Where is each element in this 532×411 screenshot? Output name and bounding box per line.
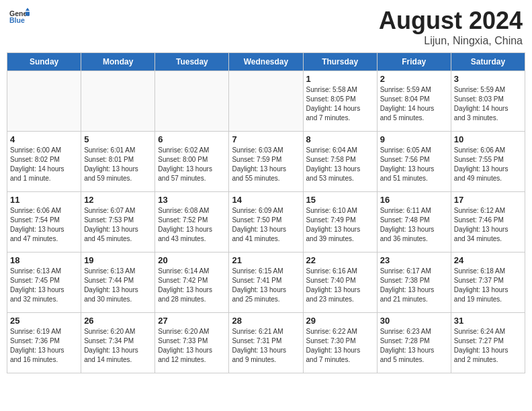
day-info: Sunrise: 6:06 AM Sunset: 7:54 PM Dayligh… <box>10 206 78 244</box>
calendar-cell: 1Sunrise: 5:58 AM Sunset: 8:05 PM Daylig… <box>303 71 377 132</box>
day-number: 4 <box>10 134 78 144</box>
day-info: Sunrise: 5:59 AM Sunset: 8:04 PM Dayligh… <box>380 85 448 123</box>
day-number: 3 <box>454 74 522 84</box>
day-info: Sunrise: 6:18 AM Sunset: 7:37 PM Dayligh… <box>454 267 522 304</box>
day-info: Sunrise: 6:12 AM Sunset: 7:46 PM Dayligh… <box>454 206 522 244</box>
day-number: 2 <box>380 74 448 84</box>
calendar-body: 1Sunrise: 5:58 AM Sunset: 8:05 PM Daylig… <box>7 71 525 373</box>
calendar-header-row: SundayMondayTuesdayWednesdayThursdayFrid… <box>7 53 525 71</box>
day-info: Sunrise: 6:04 AM Sunset: 7:58 PM Dayligh… <box>306 146 374 183</box>
day-info: Sunrise: 6:22 AM Sunset: 7:30 PM Dayligh… <box>306 327 374 365</box>
day-info: Sunrise: 6:10 AM Sunset: 7:49 PM Dayligh… <box>306 206 374 244</box>
calendar-week-row: 4Sunrise: 6:00 AM Sunset: 8:02 PM Daylig… <box>7 132 525 192</box>
calendar-cell: 8Sunrise: 6:04 AM Sunset: 7:58 PM Daylig… <box>303 132 377 192</box>
calendar-cell: 20Sunrise: 6:14 AM Sunset: 7:42 PM Dayli… <box>155 253 229 313</box>
day-info: Sunrise: 6:02 AM Sunset: 8:00 PM Dayligh… <box>158 146 226 183</box>
calendar-cell: 7Sunrise: 6:03 AM Sunset: 7:59 PM Daylig… <box>229 132 303 192</box>
calendar-cell: 29Sunrise: 6:22 AM Sunset: 7:30 PM Dayli… <box>303 313 377 373</box>
calendar-cell: 10Sunrise: 6:06 AM Sunset: 7:55 PM Dayli… <box>451 132 525 192</box>
day-of-week-header: Thursday <box>303 53 377 71</box>
day-number: 9 <box>380 134 448 144</box>
day-of-week-header: Saturday <box>451 53 525 71</box>
day-number: 27 <box>158 316 226 326</box>
calendar-cell: 23Sunrise: 6:17 AM Sunset: 7:38 PM Dayli… <box>377 253 451 313</box>
day-info: Sunrise: 6:14 AM Sunset: 7:42 PM Dayligh… <box>158 267 226 304</box>
calendar-cell: 18Sunrise: 6:13 AM Sunset: 7:45 PM Dayli… <box>7 253 81 313</box>
day-number: 30 <box>380 316 448 326</box>
day-number: 7 <box>232 134 300 144</box>
title-block: August 2024 Lijun, Ningxia, China <box>379 7 523 47</box>
calendar-cell: 24Sunrise: 6:18 AM Sunset: 7:37 PM Dayli… <box>451 253 525 313</box>
month-title: August 2024 <box>379 7 523 35</box>
day-number: 14 <box>232 195 300 205</box>
calendar-week-row: 25Sunrise: 6:19 AM Sunset: 7:36 PM Dayli… <box>7 313 525 373</box>
day-info: Sunrise: 6:15 AM Sunset: 7:41 PM Dayligh… <box>232 267 300 304</box>
day-number: 28 <box>232 316 300 326</box>
day-info: Sunrise: 5:58 AM Sunset: 8:05 PM Dayligh… <box>306 85 374 123</box>
day-of-week-header: Tuesday <box>155 53 229 71</box>
day-number: 12 <box>84 195 152 205</box>
calendar-cell <box>7 71 81 132</box>
day-number: 24 <box>454 255 522 265</box>
calendar-cell: 30Sunrise: 6:23 AM Sunset: 7:28 PM Dayli… <box>377 313 451 373</box>
day-of-week-header: Monday <box>81 53 155 71</box>
day-info: Sunrise: 6:21 AM Sunset: 7:31 PM Dayligh… <box>232 327 300 365</box>
day-info: Sunrise: 6:24 AM Sunset: 7:27 PM Dayligh… <box>454 327 522 365</box>
day-number: 8 <box>306 134 374 144</box>
calendar-cell: 6Sunrise: 6:02 AM Sunset: 8:00 PM Daylig… <box>155 132 229 192</box>
day-info: Sunrise: 6:07 AM Sunset: 7:53 PM Dayligh… <box>84 206 152 244</box>
calendar-cell: 28Sunrise: 6:21 AM Sunset: 7:31 PM Dayli… <box>229 313 303 373</box>
day-number: 20 <box>158 255 226 265</box>
day-number: 26 <box>84 316 152 326</box>
calendar-cell: 9Sunrise: 6:05 AM Sunset: 7:56 PM Daylig… <box>377 132 451 192</box>
svg-text:Blue: Blue <box>9 16 25 24</box>
calendar-cell <box>229 71 303 132</box>
day-info: Sunrise: 6:11 AM Sunset: 7:48 PM Dayligh… <box>380 206 448 244</box>
day-info: Sunrise: 5:59 AM Sunset: 8:03 PM Dayligh… <box>454 85 522 123</box>
calendar-cell: 4Sunrise: 6:00 AM Sunset: 8:02 PM Daylig… <box>7 132 81 192</box>
day-number: 13 <box>158 195 226 205</box>
calendar-week-row: 18Sunrise: 6:13 AM Sunset: 7:45 PM Dayli… <box>7 253 525 313</box>
calendar-cell: 22Sunrise: 6:16 AM Sunset: 7:40 PM Dayli… <box>303 253 377 313</box>
day-number: 15 <box>306 195 374 205</box>
day-number: 1 <box>306 74 374 84</box>
day-info: Sunrise: 6:05 AM Sunset: 7:56 PM Dayligh… <box>380 146 448 183</box>
calendar-cell: 26Sunrise: 6:20 AM Sunset: 7:34 PM Dayli… <box>81 313 155 373</box>
calendar-cell: 25Sunrise: 6:19 AM Sunset: 7:36 PM Dayli… <box>7 313 81 373</box>
day-number: 18 <box>10 255 78 265</box>
day-number: 11 <box>10 195 78 205</box>
day-of-week-header: Sunday <box>7 53 81 71</box>
day-number: 6 <box>158 134 226 144</box>
calendar-cell: 12Sunrise: 6:07 AM Sunset: 7:53 PM Dayli… <box>81 192 155 253</box>
day-number: 10 <box>454 134 522 144</box>
day-number: 29 <box>306 316 374 326</box>
calendar-cell <box>155 71 229 132</box>
calendar-cell: 19Sunrise: 6:13 AM Sunset: 7:44 PM Dayli… <box>81 253 155 313</box>
day-info: Sunrise: 6:13 AM Sunset: 7:44 PM Dayligh… <box>84 267 152 304</box>
day-number: 17 <box>454 195 522 205</box>
day-number: 16 <box>380 195 448 205</box>
logo: General Blue <box>9 7 30 27</box>
svg-marker-3 <box>26 12 30 16</box>
day-of-week-header: Wednesday <box>229 53 303 71</box>
day-info: Sunrise: 6:01 AM Sunset: 8:01 PM Dayligh… <box>84 146 152 183</box>
day-number: 31 <box>454 316 522 326</box>
calendar-cell: 2Sunrise: 5:59 AM Sunset: 8:04 PM Daylig… <box>377 71 451 132</box>
day-info: Sunrise: 6:17 AM Sunset: 7:38 PM Dayligh… <box>380 267 448 304</box>
day-info: Sunrise: 6:20 AM Sunset: 7:34 PM Dayligh… <box>84 327 152 365</box>
day-number: 5 <box>84 134 152 144</box>
day-number: 22 <box>306 255 374 265</box>
day-info: Sunrise: 6:06 AM Sunset: 7:55 PM Dayligh… <box>454 146 522 183</box>
location-title: Lijun, Ningxia, China <box>379 35 523 47</box>
day-of-week-header: Friday <box>377 53 451 71</box>
day-number: 25 <box>10 316 78 326</box>
day-info: Sunrise: 6:19 AM Sunset: 7:36 PM Dayligh… <box>10 327 78 365</box>
calendar-cell: 21Sunrise: 6:15 AM Sunset: 7:41 PM Dayli… <box>229 253 303 313</box>
page-header: General Blue August 2024 Lijun, Ningxia,… <box>7 7 525 47</box>
calendar-cell <box>81 71 155 132</box>
day-info: Sunrise: 6:00 AM Sunset: 8:02 PM Dayligh… <box>10 146 78 183</box>
calendar-cell: 16Sunrise: 6:11 AM Sunset: 7:48 PM Dayli… <box>377 192 451 253</box>
day-number: 23 <box>380 255 448 265</box>
day-info: Sunrise: 6:13 AM Sunset: 7:45 PM Dayligh… <box>10 267 78 304</box>
calendar-cell: 14Sunrise: 6:09 AM Sunset: 7:50 PM Dayli… <box>229 192 303 253</box>
